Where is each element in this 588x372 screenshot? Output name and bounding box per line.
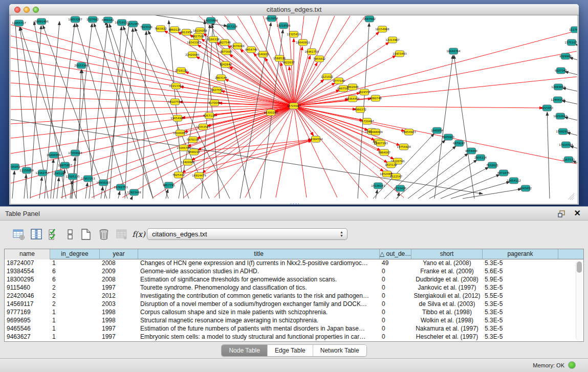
graph-node[interactable]: 22420046 — [185, 52, 200, 58]
tab-node-table[interactable]: Node Table — [222, 345, 268, 356]
graph-node[interactable]: 8215953 — [541, 105, 553, 111]
graph-node[interactable]: 2687682 — [363, 16, 376, 22]
network-window-titlebar[interactable]: citations_edges.txt — [9, 4, 579, 15]
tab-edge-table[interactable]: Edge Table — [268, 345, 313, 356]
graph-node[interactable]: 12213363 — [169, 83, 183, 89]
graph-node[interactable]: 16210643 — [553, 113, 567, 119]
window-zoom-icon[interactable] — [33, 7, 39, 13]
select-column-button[interactable] — [30, 228, 43, 241]
float-panel-icon[interactable] — [558, 210, 565, 217]
graph-node[interactable]: 2522547 — [390, 173, 402, 180]
graph-node[interactable]: 16914479 — [192, 172, 206, 179]
graph-node[interactable]: 7625402 — [172, 172, 185, 178]
graph-node[interactable]: 10654112 — [507, 178, 520, 184]
graph-node[interactable]: 12409948 — [181, 159, 195, 165]
close-panel-icon[interactable]: ✕ — [574, 209, 581, 218]
graph-node[interactable]: 18107554 — [168, 99, 182, 105]
graph-node[interactable]: 15692931 — [556, 128, 570, 135]
graph-node[interactable]: 8267110 — [203, 113, 216, 119]
column-header-year[interactable]: year — [100, 249, 138, 259]
create-table-button[interactable] — [79, 228, 93, 241]
graph-node[interactable]: 3624554 — [358, 89, 371, 95]
graph-node[interactable]: 19958107 — [96, 180, 110, 186]
toggle-rows-button[interactable] — [63, 228, 77, 241]
table-row[interactable]: 977716911998Corpus callosum shape and si… — [5, 309, 583, 317]
table-selector-dropdown[interactable]: citations_edges.txt ▲▼ — [147, 228, 347, 240]
graph-node[interactable]: 17957253 — [81, 176, 95, 182]
table-row[interactable]: 911546021997Tourette syndrome. Phenomeno… — [5, 284, 583, 292]
table-row[interactable]: 1456911722003Disruption of a novel membe… — [5, 300, 583, 309]
graph-node[interactable]: 16961758 — [304, 49, 319, 55]
graph-node[interactable]: 12444154 — [551, 97, 565, 103]
graph-node[interactable]: 2935114 — [474, 155, 487, 161]
graph-node[interactable]: 9875685 — [220, 49, 232, 55]
graph-node[interactable]: 12342757 — [35, 170, 49, 176]
graph-node[interactable]: 8935923 — [442, 134, 454, 140]
column-header-pagerank[interactable]: pagerank — [483, 249, 558, 259]
table-row[interactable]: 1872400712008Changes of HCN gene express… — [5, 259, 583, 268]
graph-node[interactable]: 9474444 — [465, 148, 478, 154]
graph-node[interactable]: 9857791 — [163, 182, 175, 188]
graph-node[interactable]: 14055717 — [12, 20, 26, 26]
column-header-in_degree[interactable]: in_degree — [50, 249, 100, 259]
graph-node[interactable]: 12213967 — [385, 37, 399, 43]
graph-node[interactable]: 2803144 — [215, 75, 228, 81]
graph-node[interactable]: 1527602 — [86, 16, 99, 23]
table-row[interactable]: 946362711997Embryonic stem cells: a mode… — [5, 333, 583, 341]
graph-node[interactable]: 1615132 — [385, 162, 397, 168]
column-header-out_de[interactable]: △ out_de… — [380, 249, 411, 259]
graph-node[interactable]: 16154808 — [375, 26, 389, 32]
graph-node[interactable]: 15751074 — [564, 39, 577, 46]
graph-node[interactable]: 5878334 — [187, 137, 200, 143]
graph-node[interactable]: 19384554 — [309, 136, 323, 142]
tab-network-table[interactable]: Network Table — [313, 345, 366, 356]
graph-node[interactable]: 9146821 — [257, 51, 269, 57]
graph-node[interactable]: 8813054 — [266, 15, 278, 21]
graph-node[interactable]: 1167533 — [562, 157, 575, 163]
table-row[interactable]: 1830029562008Estimation of significance … — [5, 276, 583, 284]
graph-node[interactable]: 8912954 — [180, 29, 193, 35]
graph-node[interactable]: 7857224 — [225, 24, 238, 30]
graph-node[interactable]: 935051 — [11, 164, 20, 170]
graph-node[interactable]: 10973493 — [393, 51, 406, 57]
panel-splitter-grip[interactable] — [290, 203, 299, 205]
function-builder-button[interactable]: f(x) — [131, 228, 146, 241]
graph-node[interactable]: 7955812 — [313, 56, 325, 62]
graph-node[interactable]: 10975857 — [58, 162, 72, 168]
window-minimize-icon[interactable] — [24, 7, 30, 13]
memory-status-indicator[interactable] — [568, 361, 576, 369]
graph-node[interactable]: 19756928 — [397, 144, 411, 150]
graph-node[interactable]: 19166852 — [173, 130, 187, 136]
graph-node[interactable]: 19654923 — [402, 129, 416, 135]
graph-node[interactable]: 7663822 — [155, 26, 167, 32]
graph-node[interactable]: 18640910 — [296, 39, 310, 46]
graph-node[interactable]: 16648784 — [446, 48, 461, 54]
graph-node[interactable]: 9984067 — [378, 149, 390, 156]
window-close-icon[interactable] — [14, 7, 20, 13]
graph-node[interactable]: 1121022 — [321, 74, 333, 80]
graph-node[interactable]: 12325419 — [287, 31, 301, 37]
table-row[interactable]: 969969511998Structural magnetic resonanc… — [5, 317, 583, 325]
table-row[interactable]: 2242004622012Investigating the contribut… — [5, 292, 583, 300]
graph-node[interactable]: 17016504 — [559, 142, 573, 148]
graph-node[interactable]: 20891406 — [34, 18, 49, 25]
graph-node[interactable]: 9827508 — [192, 33, 205, 39]
graph-node[interactable]: 9822037 — [282, 59, 295, 65]
table-row[interactable]: 946554611997Estimation of the future num… — [5, 325, 583, 333]
graph-node[interactable]: 6679197 — [453, 140, 465, 146]
column-header-short[interactable]: short — [411, 249, 483, 259]
delete-rows-button[interactable] — [97, 228, 111, 241]
graph-node[interactable]: 7615526 — [140, 24, 153, 30]
graph-node[interactable]: 12923448 — [127, 189, 141, 195]
graph-node[interactable]: 9860128 — [168, 27, 181, 33]
canvas-resize-grip[interactable] — [567, 192, 575, 201]
graph-node[interactable]: 8498222 — [188, 149, 200, 155]
table-options-button[interactable] — [12, 228, 26, 241]
graph-node[interactable]: 9329966 — [559, 53, 572, 59]
apply-checkmarks-button[interactable] — [47, 228, 60, 241]
network-canvas[interactable]: 1405571720891406106532871527602646616110… — [11, 15, 577, 204]
graph-node[interactable]: 16543382 — [187, 39, 201, 46]
scrollbar-thumb[interactable] — [577, 261, 582, 273]
graph-node[interactable]: 1640954 — [431, 127, 444, 134]
graph-node[interactable]: 4170046 — [208, 100, 221, 106]
